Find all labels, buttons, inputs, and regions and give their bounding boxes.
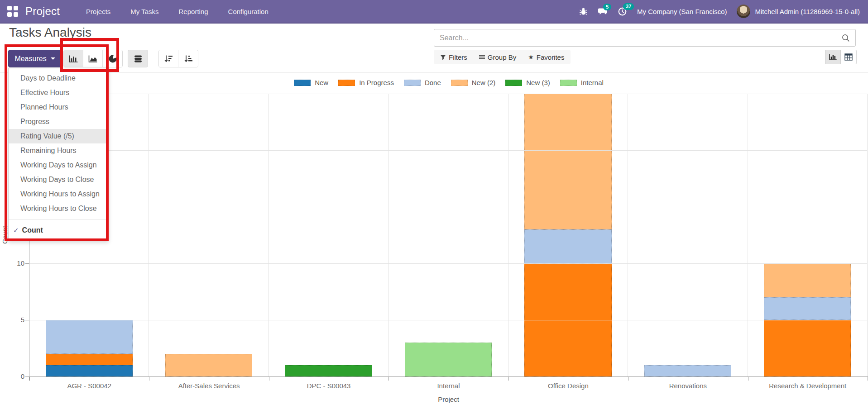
- sort-ascending-button[interactable]: [178, 50, 198, 67]
- top-navbar: Project ProjectsMy TasksReportingConfigu…: [0, 0, 868, 24]
- odoo-tasks-analysis-page: Project ProjectsMy TasksReportingConfigu…: [0, 0, 868, 405]
- legend-swatch: [338, 80, 355, 86]
- category-column: [149, 94, 269, 376]
- x-category-label: DPC - S00043: [269, 382, 388, 390]
- legend-item[interactable]: Done: [404, 79, 441, 86]
- app-name[interactable]: Project: [25, 5, 60, 18]
- bar-segment-done[interactable]: [644, 365, 731, 376]
- measures-menu-item-progress[interactable]: Progress: [9, 114, 108, 129]
- legend-item[interactable]: New: [294, 79, 328, 86]
- x-category-label: After-Sales Services: [149, 382, 269, 390]
- bar-segment-new-3-[interactable]: [285, 365, 372, 376]
- bar-segment-in-progress[interactable]: [46, 354, 133, 365]
- pie-chart-view-button[interactable]: [103, 50, 122, 67]
- stacked-bar-office-design[interactable]: [524, 94, 611, 376]
- bar-segment-new-2-[interactable]: [524, 94, 611, 229]
- filters-button[interactable]: Filters: [440, 53, 467, 61]
- activities-clock-icon[interactable]: 37: [618, 7, 627, 16]
- bar-chart-view-button[interactable]: [64, 50, 83, 67]
- graph-view-button[interactable]: [825, 50, 841, 64]
- bar-segment-in-progress[interactable]: [764, 320, 851, 376]
- measures-menu-item-rating-value-5-[interactable]: Rating Value (/5): [9, 129, 108, 143]
- stacked-toggle-button[interactable]: [128, 50, 148, 67]
- bar-segment-new-2-[interactable]: [165, 354, 252, 376]
- legend-label: In Progress: [359, 79, 394, 86]
- gridline: [29, 94, 868, 94]
- x-category-label: Renovations: [628, 382, 748, 390]
- legend-swatch: [560, 80, 577, 86]
- user-avatar[interactable]: [737, 5, 750, 18]
- navbar-item-projects[interactable]: Projects: [86, 8, 110, 15]
- measures-menu-item-working-hours-to-assign[interactable]: Working Hours to Assign: [9, 187, 108, 201]
- legend-item[interactable]: New (2): [451, 79, 496, 86]
- x-category-label: Internal: [388, 382, 508, 390]
- bar-chart-plot: [29, 94, 868, 376]
- measures-menu-item-working-hours-to-close[interactable]: Working Hours to Close: [9, 201, 108, 216]
- x-tick-mark: [508, 376, 509, 381]
- count-label: Count: [22, 223, 43, 238]
- stacked-bar-research-development[interactable]: [764, 94, 851, 376]
- x-tick-mark: [388, 376, 389, 381]
- chart-type-group: [63, 50, 123, 67]
- chevron-down-icon: [51, 57, 55, 60]
- measures-menu-item-working-days-to-close[interactable]: Working Days to Close: [9, 172, 108, 187]
- x-category-label: Office Design: [508, 382, 628, 390]
- legend-swatch: [505, 80, 522, 86]
- category-column: [388, 94, 508, 376]
- measures-menu-item-effective-hours[interactable]: Effective Hours: [9, 86, 108, 100]
- sort-descending-button[interactable]: [159, 50, 178, 67]
- navbar-item-configuration[interactable]: Configuration: [228, 8, 269, 15]
- y-tick-mark: [25, 263, 29, 264]
- stacked-bar-dpc-s00043[interactable]: [285, 94, 372, 376]
- measures-menu-item-days-to-deadline[interactable]: Days to Deadline: [9, 71, 108, 86]
- search-icon[interactable]: [836, 34, 855, 42]
- view-switcher: [825, 50, 857, 64]
- legend-label: Done: [425, 79, 441, 86]
- stacked-bar-renovations[interactable]: [644, 94, 731, 376]
- legend-swatch: [451, 80, 468, 86]
- bar-segment-done[interactable]: [46, 320, 133, 354]
- measures-button[interactable]: Measures: [8, 50, 62, 67]
- bar-segment-internal[interactable]: [405, 343, 492, 376]
- search-bar: [434, 29, 856, 47]
- y-axis-title: Count: [1, 226, 9, 244]
- activities-badge: 37: [623, 3, 634, 10]
- bar-segment-done[interactable]: [524, 229, 611, 263]
- category-column: [269, 94, 388, 376]
- navbar-item-my-tasks[interactable]: My Tasks: [130, 8, 158, 15]
- favorites-button[interactable]: ★ Favorites: [528, 53, 564, 61]
- bar-segment-new[interactable]: [46, 365, 133, 376]
- legend-item[interactable]: New (3): [505, 79, 550, 86]
- gridline: [29, 207, 868, 207]
- checkmark-icon: ✓: [13, 223, 19, 238]
- company-switcher[interactable]: My Company (San Francisco): [637, 8, 727, 15]
- messages-icon[interactable]: 5: [598, 7, 608, 16]
- legend-item[interactable]: Internal: [560, 79, 604, 86]
- apps-menu-icon[interactable]: [7, 6, 18, 17]
- y-tick-mark: [25, 320, 29, 320]
- search-input[interactable]: [434, 34, 836, 42]
- x-tick-mark: [748, 376, 748, 381]
- x-tick-mark: [628, 376, 628, 381]
- bar-segment-done[interactable]: [764, 297, 851, 320]
- measures-button-label: Measures: [14, 55, 46, 63]
- measures-menu-item-planned-hours[interactable]: Planned Hours: [9, 100, 108, 114]
- y-tick-label: 0: [6, 372, 24, 381]
- group-by-button[interactable]: Group By: [479, 53, 516, 61]
- user-menu[interactable]: Mitchell Admin (11286969-15-0-all): [755, 8, 860, 15]
- legend-item[interactable]: In Progress: [338, 79, 394, 86]
- line-chart-view-button[interactable]: [83, 50, 103, 67]
- measures-menu-item-remaining-hours[interactable]: Remaining Hours: [9, 143, 108, 158]
- stacked-bar-internal[interactable]: [405, 94, 492, 376]
- debug-bug-icon[interactable]: [579, 7, 588, 16]
- navbar-item-reporting[interactable]: Reporting: [179, 8, 208, 15]
- bar-segment-new-2-[interactable]: [764, 263, 851, 297]
- chart-legend: NewIn ProgressDoneNew (2)New (3)Internal: [29, 79, 868, 86]
- pivot-view-button[interactable]: [841, 50, 857, 64]
- legend-swatch: [294, 80, 311, 86]
- x-tick-mark: [29, 376, 30, 381]
- measures-menu-item-working-days-to-assign[interactable]: Working Days to Assign: [9, 158, 108, 172]
- measures-menu-item-count[interactable]: ✓Count: [9, 223, 108, 238]
- stacked-bar-after-sales-services[interactable]: [165, 94, 252, 376]
- filters-label: Filters: [449, 53, 467, 61]
